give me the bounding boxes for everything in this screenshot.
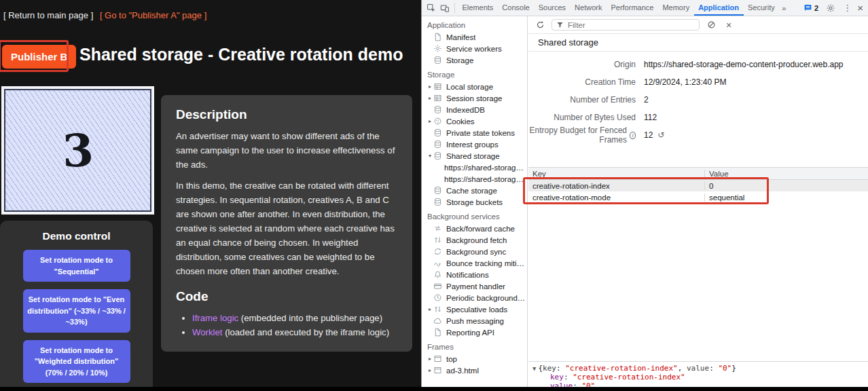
code-bullet: Worklet (loaded and executed by the ifra… bbox=[192, 325, 397, 339]
sidebar-item-label: https://shared-storage-d... bbox=[444, 164, 527, 172]
tab-sources[interactable]: Sources bbox=[534, 0, 570, 16]
metadata-row-creation-time: Creation Time12/9/2024, 1:23:40 PM bbox=[528, 73, 868, 91]
cloud-icon bbox=[433, 316, 443, 326]
sidebar-item-top[interactable]: ▸top bbox=[422, 353, 527, 365]
sidebar-item-notifications[interactable]: Notifications bbox=[422, 269, 527, 280]
sidebar-item-manifest[interactable]: Manifest bbox=[422, 31, 527, 43]
tab-network[interactable]: Network bbox=[571, 0, 607, 16]
reset-budget-icon[interactable]: ↺ bbox=[657, 130, 664, 140]
tab-application[interactable]: Application bbox=[694, 0, 744, 16]
table-row-creative-rotation-mode[interactable]: creative-rotation-modesequential bbox=[528, 191, 868, 203]
database-icon bbox=[433, 198, 443, 207]
table-row-creative-rotation-index[interactable]: creative-rotation-index0 bbox=[528, 180, 868, 191]
return-main-link[interactable]: [ Return to main page ] bbox=[3, 10, 93, 20]
sidebar-item-session-storage[interactable]: ▸Session storage bbox=[422, 92, 527, 104]
sidebar-item-bounce-tracking-mitiga[interactable]: Bounce tracking mitiga... bbox=[422, 257, 527, 269]
arrows-up-down-icon bbox=[433, 305, 443, 314]
demo-rotation-button-2[interactable]: Set rotation mode to "Even distribution"… bbox=[23, 289, 130, 333]
worklet-link[interactable]: Worklet bbox=[192, 327, 222, 337]
device-toolbar-icon[interactable] bbox=[439, 2, 451, 14]
sidebar-item-shared-storage[interactable]: ▾Shared storage bbox=[422, 150, 527, 162]
sidebar-item-label: Cache storage bbox=[446, 187, 497, 195]
tab-security[interactable]: Security bbox=[744, 0, 780, 16]
sidebar-item-https-shared-storage-d[interactable]: https://shared-storage-d... bbox=[422, 173, 527, 185]
sidebar-item-cookies[interactable]: ▸Cookies bbox=[422, 115, 527, 127]
metadata-row-number-of-bytes-used: Number of Bytes Used112 bbox=[528, 109, 868, 126]
sidebar-section-application: Application bbox=[422, 16, 527, 31]
filter-input[interactable] bbox=[566, 20, 695, 30]
sidebar-item-background-sync[interactable]: Background sync bbox=[422, 246, 527, 257]
demo-rotation-button-1[interactable]: Set rotation mode to "Sequential" bbox=[23, 250, 130, 282]
sidebar-item-speculative-loads[interactable]: ▸Speculative loads bbox=[422, 303, 527, 315]
storage-items-table: Key Value creative-rotation-index0creati… bbox=[528, 167, 868, 203]
page-title: Shared storage - Creative rotation demo bbox=[79, 45, 403, 64]
screenshot-root: [ Return to main page ] [ Go to "Publish… bbox=[0, 0, 868, 391]
sidebar-item-ad-3-html[interactable]: ▸ad-3.html bbox=[422, 365, 527, 376]
info-icon[interactable]: i bbox=[630, 132, 636, 139]
cookie-icon bbox=[433, 117, 443, 126]
close-devtools-icon[interactable]: × bbox=[857, 3, 863, 13]
sidebar-item-payment-handler[interactable]: Payment handler bbox=[422, 280, 527, 292]
tab-performance[interactable]: Performance bbox=[607, 0, 658, 16]
sidebar-item-label: Private state tokens bbox=[446, 129, 515, 137]
column-header-key[interactable]: Key bbox=[528, 170, 705, 178]
clear-icon[interactable]: × bbox=[723, 19, 735, 31]
sidebar-item-local-storage[interactable]: ▸Local storage bbox=[422, 81, 527, 92]
sidebar-item-label: Interest groups bbox=[446, 141, 499, 149]
description-paragraph-2: In this demo, the creative can be rotate… bbox=[176, 179, 397, 278]
sidebar-item-storage-buckets[interactable]: Storage buckets bbox=[422, 196, 527, 208]
sidebar-item-indexeddb[interactable]: IndexedDB bbox=[422, 104, 527, 115]
issues-badge[interactable]: 2 bbox=[803, 3, 818, 12]
sidebar-item-reporting-api[interactable]: Reporting API bbox=[422, 327, 527, 338]
chevron-down-icon: ▾ bbox=[427, 153, 433, 159]
sidebar-item-periodic-background-s[interactable]: Periodic background s... bbox=[422, 292, 527, 303]
sidebar-section-frames: Frames bbox=[422, 338, 527, 353]
demo-rotation-button-3[interactable]: Set rotation mode to "Weighted distribut… bbox=[23, 340, 130, 384]
meta-label: Number of Bytes Used bbox=[528, 113, 636, 122]
iframe-logic-link[interactable]: Iframe logic bbox=[192, 313, 238, 323]
column-header-value[interactable]: Value bbox=[705, 170, 868, 178]
devtools-window: ElementsConsoleSourcesNetworkPerformance… bbox=[421, 0, 868, 391]
sidebar-item-private-state-tokens[interactable]: Private state tokens bbox=[422, 127, 527, 138]
inspect-element-icon[interactable] bbox=[425, 2, 437, 14]
gear-icon bbox=[433, 44, 443, 54]
tab-elements[interactable]: Elements bbox=[458, 0, 498, 16]
tab-memory[interactable]: Memory bbox=[658, 0, 694, 16]
more-tabs-chevron[interactable]: » bbox=[779, 4, 789, 12]
ad-creative-frame: 3 bbox=[1, 86, 154, 215]
filter-box[interactable] bbox=[551, 19, 700, 31]
sidebar-item-https-shared-storage-d[interactable]: https://shared-storage-d... bbox=[422, 162, 527, 173]
description-paragraph-1: An advertiser may want to show different… bbox=[176, 129, 397, 172]
sync-icon bbox=[433, 247, 443, 257]
expander-triangle-icon[interactable]: ▼ bbox=[532, 365, 536, 372]
sidebar-item-background-fetch[interactable]: Background fetch bbox=[422, 234, 527, 246]
sidebar-item-label: Background sync bbox=[446, 248, 506, 256]
chevron-right-icon: ▸ bbox=[427, 83, 433, 90]
publisher-b-button[interactable]: Publisher B bbox=[2, 45, 76, 69]
cell-value: sequential bbox=[705, 193, 868, 202]
sidebar-item-push-messaging[interactable]: Push messaging bbox=[422, 315, 527, 327]
database-icon bbox=[433, 105, 443, 115]
sidebar-item-label: Back/forward cache bbox=[446, 225, 515, 233]
meta-label: Origin bbox=[528, 60, 636, 69]
sidebar-item-interest-groups[interactable]: Interest groups bbox=[422, 138, 527, 150]
sidebar-item-label: Bounce tracking mitiga... bbox=[446, 259, 527, 267]
publisher-a-link[interactable]: [ Go to "Publisher A" page ] bbox=[100, 10, 206, 20]
sidebar-item-service-workers[interactable]: Service workers bbox=[422, 43, 527, 54]
cell-key: creative-rotation-mode bbox=[528, 193, 705, 202]
sidebar-item-cache-storage[interactable]: Cache storage bbox=[422, 185, 527, 196]
sidebar-item-label: Payment handler bbox=[446, 282, 505, 291]
tab-console[interactable]: Console bbox=[498, 0, 534, 16]
sidebar-item-storage[interactable]: Storage bbox=[422, 54, 527, 66]
sidebar-item-back-forward-cache[interactable]: Back/forward cache bbox=[422, 223, 527, 234]
refresh-icon[interactable] bbox=[534, 19, 546, 31]
creative-number: 3 bbox=[61, 124, 94, 178]
database-icon bbox=[433, 128, 443, 138]
sidebar-item-label: Background fetch bbox=[446, 236, 507, 244]
frame-icon bbox=[433, 354, 443, 364]
meta-value: 2 bbox=[644, 95, 649, 105]
settings-gear-icon[interactable] bbox=[825, 2, 837, 14]
delete-all-icon[interactable] bbox=[705, 19, 717, 31]
bfcache-icon bbox=[433, 224, 443, 234]
more-options-icon[interactable]: ⋮ bbox=[843, 3, 852, 13]
